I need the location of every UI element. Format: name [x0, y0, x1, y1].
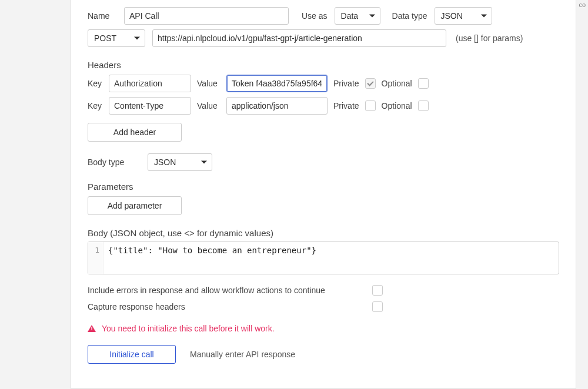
include-errors-checkbox[interactable] [372, 285, 383, 296]
http-method-select[interactable]: POST [88, 29, 145, 47]
initialize-warning: You need to initialize this call before … [88, 324, 559, 333]
gutter [59, 0, 71, 389]
header-optional-checkbox[interactable] [418, 100, 429, 111]
header-value-input[interactable] [226, 75, 328, 92]
body-json-editor[interactable]: 1 {"title": "How to become an entreprene… [88, 242, 559, 274]
data-type-label: Data type [392, 11, 427, 21]
chevron-down-icon [481, 15, 487, 18]
body-type-value: JSON [154, 157, 176, 167]
header-key-label: Key [88, 79, 103, 88]
url-params-hint: (use [] for params) [456, 33, 523, 43]
header-private-checkbox[interactable] [365, 100, 376, 111]
add-parameter-button[interactable]: Add parameter [88, 196, 182, 215]
header-value-label: Value [197, 101, 220, 110]
chevron-down-icon [369, 15, 375, 18]
header-key-label: Key [88, 101, 103, 110]
header-private-label: Private [333, 79, 359, 88]
body-type-label: Body type [88, 157, 141, 167]
header-key-input[interactable] [109, 97, 191, 115]
body-type-select[interactable]: JSON [148, 153, 212, 171]
use-as-label: Use as [302, 11, 328, 21]
capture-headers-checkbox[interactable] [372, 301, 383, 312]
corner-fragment: co [579, 1, 586, 8]
header-optional-label: Optional [382, 79, 412, 88]
header-value-input[interactable] [226, 97, 328, 115]
body-section-title: Body (JSON object, use <> for dynamic va… [88, 228, 559, 238]
capture-headers-label: Capture response headers [88, 302, 364, 311]
header-optional-checkbox[interactable] [418, 78, 429, 89]
add-header-button[interactable]: Add header [88, 123, 182, 142]
parameters-section-title: Parameters [88, 182, 559, 192]
header-optional-label: Optional [382, 101, 412, 110]
name-input[interactable] [124, 7, 289, 25]
include-errors-label: Include errors in response and allow wor… [88, 286, 364, 295]
manual-entry-link[interactable]: Manually enter API response [190, 350, 295, 359]
warning-text: You need to initialize this call before … [102, 324, 275, 333]
header-private-checkbox[interactable] [365, 78, 376, 89]
chevron-down-icon [201, 161, 207, 164]
header-key-input[interactable] [109, 75, 191, 92]
use-as-select[interactable]: Data [335, 7, 380, 25]
header-row: Key Value Private Optional [88, 75, 559, 92]
url-input[interactable] [152, 29, 446, 47]
headers-section-title: Headers [88, 60, 559, 70]
api-call-editor-panel: Name Use as Data Data type JSON POST (us… [71, 0, 576, 389]
data-type-select[interactable]: JSON [435, 7, 492, 25]
code-line-number: 1 [88, 242, 103, 274]
chevron-down-icon [134, 37, 140, 40]
use-as-value: Data [341, 11, 359, 21]
header-row: Key Value Private Optional [88, 97, 559, 115]
name-label: Name [88, 11, 117, 21]
initialize-call-button[interactable]: Initialize call [88, 345, 176, 364]
data-type-value: JSON [441, 11, 463, 21]
header-private-label: Private [333, 101, 359, 110]
body-json-content[interactable]: {"title": "How to become an entrepreneur… [103, 242, 559, 274]
left-sidebar-placeholder [0, 0, 59, 389]
warning-icon [88, 325, 96, 332]
header-value-label: Value [197, 79, 220, 88]
http-method-value: POST [94, 33, 116, 43]
